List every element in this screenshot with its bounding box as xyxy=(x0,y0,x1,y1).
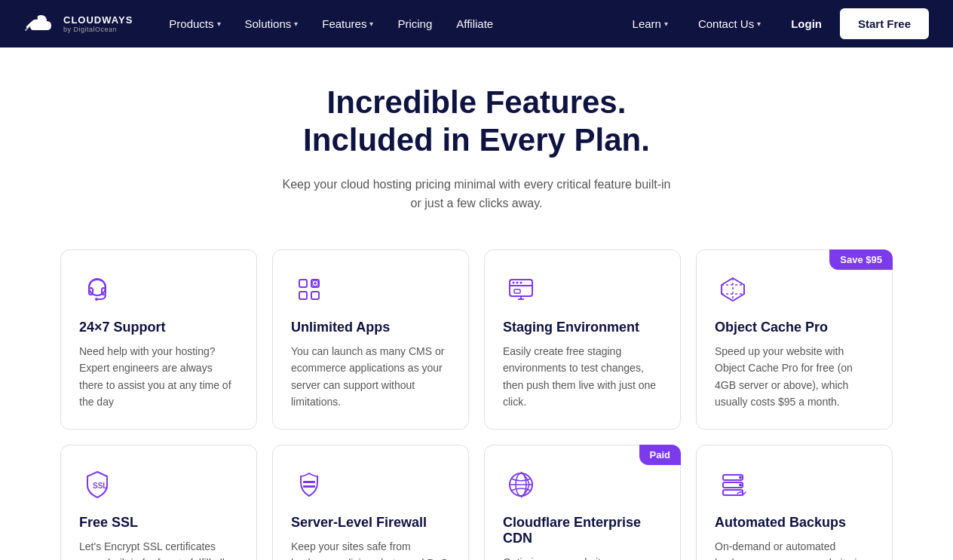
svg-rect-8 xyxy=(311,292,319,299)
hero-subtitle: Keep your cloud hosting pricing minimal … xyxy=(60,175,893,213)
nav-item-products[interactable]: Products ▾ xyxy=(157,0,232,47)
feature-desc: Keep your sites safe from hackers, malic… xyxy=(291,538,450,560)
feature-desc: Let's Encrypt SSL certificates come buil… xyxy=(79,538,238,560)
logo-sub: by DigitalOcean xyxy=(63,26,133,33)
chevron-down-icon: ▾ xyxy=(664,20,668,28)
main-content: Incredible Features. Included in Every P… xyxy=(0,47,953,560)
nav-item-pricing[interactable]: Pricing xyxy=(385,0,444,47)
nav-item-features[interactable]: Features ▾ xyxy=(310,0,385,47)
feature-title: Server-Level Firewall xyxy=(291,515,450,531)
cache-icon xyxy=(715,271,751,308)
hero-title: Incredible Features. Included in Every P… xyxy=(60,84,893,160)
feature-card-cdn: Paid Cloudflare Enterprise CDN Optimize … xyxy=(484,445,681,560)
feature-title: Automated Backups xyxy=(715,515,874,531)
login-button[interactable]: Login xyxy=(779,17,834,30)
svg-point-4 xyxy=(95,298,98,301)
chevron-down-icon: ▾ xyxy=(369,20,373,28)
svg-point-14 xyxy=(520,281,522,283)
logo-text: CLOUDWAYS xyxy=(63,14,133,26)
nav-item-affiliate[interactable]: Affiliate xyxy=(444,0,505,47)
chevron-down-icon: ▾ xyxy=(294,20,298,28)
svg-point-12 xyxy=(513,281,515,283)
feature-card-staging: Staging Environment Easily create free s… xyxy=(484,249,681,430)
ssl-icon: SSL xyxy=(79,467,115,503)
svg-rect-15 xyxy=(514,289,520,293)
feature-desc: You can launch as many CMS or ecommerce … xyxy=(291,343,450,411)
svg-rect-7 xyxy=(299,292,307,299)
logo[interactable]: CLOUDWAYS by DigitalOcean xyxy=(24,11,133,38)
feature-title: Staging Environment xyxy=(503,320,662,335)
nav-item-solutions[interactable]: Solutions ▾ xyxy=(233,0,311,47)
nav-right: Learn ▾ Contact Us ▾ Login Start Free xyxy=(621,0,929,47)
staging-icon xyxy=(503,271,539,308)
nav-item-contact[interactable]: Contact Us ▾ xyxy=(686,0,773,47)
features-grid: 24×7 Support Need help with your hosting… xyxy=(60,249,893,560)
feature-card-ssl: SSL Free SSL Let's Encrypt SSL certifica… xyxy=(60,445,257,560)
headset-icon xyxy=(79,271,115,308)
svg-rect-5 xyxy=(299,280,307,287)
feature-title: Unlimited Apps xyxy=(291,320,450,335)
chevron-down-icon: ▾ xyxy=(757,20,761,28)
feature-title: Cloudflare Enterprise CDN xyxy=(503,515,662,546)
svg-rect-17 xyxy=(303,481,315,483)
svg-point-26 xyxy=(739,483,742,486)
paid-badge: Paid xyxy=(639,445,681,465)
feature-desc: Speed up your website with Object Cache … xyxy=(715,343,874,411)
feature-card-apps: Unlimited Apps You can launch as many CM… xyxy=(272,249,469,430)
svg-rect-18 xyxy=(303,485,315,488)
feature-title: 24×7 Support xyxy=(79,320,238,335)
feature-card-support: 24×7 Support Need help with your hosting… xyxy=(60,249,257,430)
feature-card-cache: Save $95 Object Cache Pro Speed up your … xyxy=(696,249,893,430)
cdn-icon xyxy=(503,467,539,503)
feature-title: Free SSL xyxy=(79,515,238,531)
nav-item-learn[interactable]: Learn ▾ xyxy=(621,0,680,47)
backups-icon xyxy=(715,467,751,503)
navbar: CLOUDWAYS by DigitalOcean Products ▾ Sol… xyxy=(0,0,953,47)
feature-card-firewall: Server-Level Firewall Keep your sites sa… xyxy=(272,445,469,560)
nav-links: Products ▾ Solutions ▾ Features ▾ Pricin… xyxy=(157,0,620,47)
svg-point-25 xyxy=(739,476,742,479)
feature-desc: On-demand or automated backups ensure yo… xyxy=(715,538,874,560)
firewall-icon xyxy=(291,467,327,503)
hero-section: Incredible Features. Included in Every P… xyxy=(60,84,893,213)
chevron-down-icon: ▾ xyxy=(217,20,221,28)
apps-icon xyxy=(291,271,327,308)
feature-title: Object Cache Pro xyxy=(715,320,874,335)
svg-text:SSL: SSL xyxy=(93,482,107,490)
feature-desc: Optimize your website even further with … xyxy=(503,554,662,560)
feature-desc: Easily create free staging environments … xyxy=(503,343,662,411)
start-free-button[interactable]: Start Free xyxy=(840,8,929,39)
feature-card-backups: Automated Backups On-demand or automated… xyxy=(696,445,893,560)
svg-point-13 xyxy=(516,281,519,283)
save-badge: Save $95 xyxy=(829,249,893,270)
feature-desc: Need help with your hosting? Expert engi… xyxy=(79,343,238,411)
